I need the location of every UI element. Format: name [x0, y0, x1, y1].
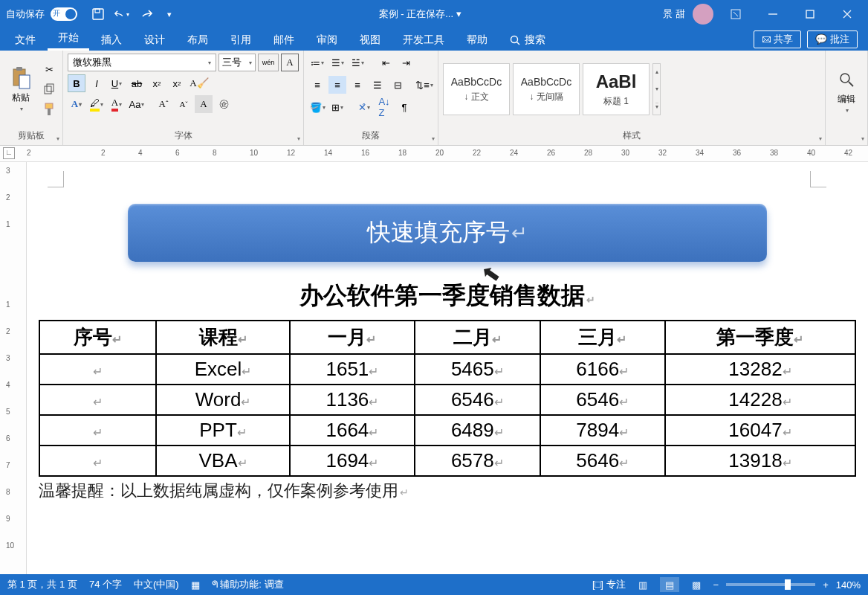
- print-layout-icon[interactable]: ▤: [660, 577, 679, 592]
- borders-icon[interactable]: ⊞▾: [328, 98, 346, 116]
- ruler-horizontal[interactable]: ∟ 22468101214161820222426283032343638404…: [0, 146, 868, 162]
- undo-icon[interactable]: ▾: [114, 7, 129, 22]
- change-case-icon[interactable]: Aa▾: [128, 95, 146, 113]
- table-cell[interactable]: Excel↵: [156, 354, 289, 385]
- tab-design[interactable]: 设计: [134, 30, 175, 51]
- table-cell[interactable]: VBA↵: [156, 446, 289, 476]
- avatar[interactable]: [693, 4, 713, 25]
- font-name-combo[interactable]: 微软雅黑▾: [68, 54, 216, 71]
- table-cell[interactable]: 1694↵: [290, 446, 415, 476]
- text-effects-icon[interactable]: A▾: [68, 95, 85, 113]
- character-border-icon[interactable]: A: [281, 54, 299, 71]
- align-right-icon[interactable]: ≡: [349, 76, 366, 94]
- underline-icon[interactable]: U▾: [108, 74, 126, 92]
- tab-view[interactable]: 视图: [349, 30, 391, 51]
- tab-references[interactable]: 引用: [220, 30, 262, 51]
- maximize-icon[interactable]: [795, 0, 825, 28]
- macro-icon[interactable]: ▦: [191, 579, 200, 591]
- shading-icon[interactable]: 🪣▾: [308, 98, 326, 116]
- read-mode-icon[interactable]: ▥: [633, 577, 652, 592]
- table-cell[interactable]: Word↵: [156, 385, 289, 415]
- tab-help[interactable]: 帮助: [456, 30, 498, 51]
- web-layout-icon[interactable]: ▩: [687, 577, 706, 592]
- doc-heading[interactable]: 办公软件第一季度销售数据↵: [39, 280, 856, 312]
- table-cell[interactable]: ↵: [39, 354, 156, 385]
- numbering-icon[interactable]: ☰▾: [328, 54, 346, 71]
- search-tab[interactable]: 搜索: [499, 30, 556, 51]
- table-cell[interactable]: 6546↵: [415, 385, 540, 415]
- tab-layout[interactable]: 布局: [177, 30, 218, 51]
- page[interactable]: 快速填充序号↵ ⬉ 办公软件第一季度销售数据↵ 序号↵课程↵一月↵二月↵三月↵第…: [27, 162, 868, 574]
- save-icon[interactable]: [91, 7, 106, 22]
- username[interactable]: 景 甜: [663, 7, 685, 21]
- enclose-char-icon[interactable]: ㊭: [215, 95, 233, 113]
- tab-mailings[interactable]: 邮件: [263, 30, 305, 51]
- table-cell[interactable]: PPT↵: [156, 415, 289, 446]
- share-button[interactable]: 🖂 共享: [754, 30, 802, 48]
- show-marks-icon[interactable]: ¶: [395, 98, 413, 116]
- cut-icon[interactable]: ✂: [40, 60, 58, 78]
- editing-button[interactable]: 编辑▾: [830, 54, 863, 127]
- highlight-icon[interactable]: 🖊▾: [88, 95, 106, 113]
- decrease-indent-icon[interactable]: ⇤: [377, 54, 395, 71]
- close-icon[interactable]: [832, 0, 862, 28]
- multilevel-icon[interactable]: ☱▾: [349, 54, 366, 71]
- table-cell[interactable]: 16047↵: [665, 415, 855, 446]
- line-spacing-icon[interactable]: ⇅≡▾: [415, 76, 433, 94]
- subscript-icon[interactable]: x2: [148, 74, 166, 92]
- distributed-icon[interactable]: ⊟: [389, 76, 407, 94]
- table-header-cell[interactable]: 第一季度↵: [665, 321, 855, 354]
- table-header-cell[interactable]: 三月↵: [540, 321, 665, 354]
- align-center-icon[interactable]: ≡: [328, 76, 346, 94]
- zoom-level[interactable]: 140%: [836, 579, 861, 591]
- table-cell[interactable]: 14228↵: [665, 385, 855, 415]
- table-cell[interactable]: 5465↵: [415, 354, 540, 385]
- table-cell[interactable]: 6578↵: [415, 446, 540, 476]
- table-cell[interactable]: 7894↵: [540, 415, 665, 446]
- ruler-vertical[interactable]: 32112345678910: [0, 162, 27, 574]
- asian-layout-icon[interactable]: ✕̂▾: [355, 98, 373, 116]
- tab-review[interactable]: 审阅: [306, 30, 348, 51]
- tab-developer[interactable]: 开发工具: [392, 30, 455, 51]
- sort-icon[interactable]: A↓Z: [375, 98, 393, 116]
- autosave-toggle[interactable]: 自动保存 开: [0, 7, 83, 21]
- ribbon-options-icon[interactable]: [721, 0, 751, 28]
- table-cell[interactable]: 6489↵: [415, 415, 540, 446]
- tab-file[interactable]: 文件: [4, 30, 46, 51]
- data-table[interactable]: 序号↵课程↵一月↵二月↵三月↵第一季度↵ ↵Excel↵1651↵5465↵61…: [39, 320, 856, 477]
- table-header-cell[interactable]: 一月↵: [290, 321, 415, 354]
- word-count[interactable]: 74 个字: [89, 578, 122, 591]
- table-cell[interactable]: ↵: [39, 446, 156, 476]
- phonetic-guide-icon[interactable]: wén: [258, 54, 279, 71]
- table-cell[interactable]: 5646↵: [540, 446, 665, 476]
- styles-scroll[interactable]: ▴▾▾: [652, 63, 661, 115]
- table-cell[interactable]: 13918↵: [665, 446, 855, 476]
- style-normal[interactable]: AaBbCcDc↓ 正文: [443, 63, 510, 115]
- bullets-icon[interactable]: ≔▾: [308, 54, 326, 71]
- tab-home[interactable]: 开始: [48, 28, 89, 51]
- toggle-switch[interactable]: 开: [51, 7, 77, 21]
- note-text[interactable]: 温馨提醒：以上数据纯属虚构，仅作案例参考使用↵: [39, 480, 856, 502]
- tab-insert[interactable]: 插入: [91, 30, 132, 51]
- table-cell[interactable]: 6166↵: [540, 354, 665, 385]
- zoom-out-icon[interactable]: −: [713, 579, 719, 591]
- qat-customize-icon[interactable]: ▾: [162, 7, 177, 22]
- style-heading1[interactable]: AaBl标题 1: [583, 63, 650, 115]
- font-size-combo[interactable]: 三号▾: [218, 54, 256, 71]
- redo-icon[interactable]: [138, 7, 153, 22]
- copy-icon[interactable]: [40, 80, 58, 98]
- minimize-icon[interactable]: [758, 0, 788, 28]
- zoom-in-icon[interactable]: +: [823, 579, 829, 591]
- tab-selector[interactable]: ∟: [3, 147, 15, 159]
- format-painter-icon[interactable]: [40, 100, 58, 118]
- justify-icon[interactable]: ☰: [369, 76, 386, 94]
- align-left-icon[interactable]: ≡: [308, 76, 326, 94]
- table-header-cell[interactable]: 二月↵: [415, 321, 540, 354]
- table-header-cell[interactable]: 序号↵: [39, 321, 156, 354]
- table-cell[interactable]: 1651↵: [290, 354, 415, 385]
- clear-format-icon[interactable]: A🧹: [188, 74, 210, 92]
- focus-mode[interactable]: [□] 专注: [592, 578, 626, 591]
- table-cell[interactable]: 6546↵: [540, 385, 665, 415]
- table-header-cell[interactable]: 课程↵: [156, 321, 289, 354]
- superscript-icon[interactable]: x2: [168, 74, 186, 92]
